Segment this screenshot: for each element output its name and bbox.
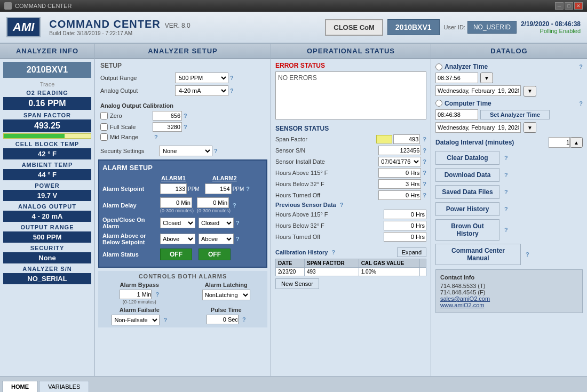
- saved-files-button[interactable]: Saved Data Files: [435, 185, 499, 199]
- tab-variables[interactable]: VARIABLES: [39, 381, 89, 392]
- download-data-help[interactable]: ?: [504, 172, 508, 178]
- setup-section: SETUP Output Range 500 PPM ? Analog Outp…: [95, 59, 271, 101]
- email-link[interactable]: sales@amiO2.com: [440, 295, 578, 302]
- mid-range-checkbox[interactable]: [100, 133, 108, 141]
- analyzer-date-btn[interactable]: ▼: [523, 86, 536, 97]
- alarm2-above-below-select[interactable]: AboveBelow: [199, 234, 234, 244]
- prev-115-input[interactable]: [384, 210, 426, 219]
- cal-scroll[interactable]: [420, 259, 426, 268]
- analyzer-time-help[interactable]: ?: [579, 63, 583, 70]
- cal-history-title: Calibration History ? Expand: [275, 247, 426, 257]
- datalog-header: DATALOG: [431, 44, 587, 59]
- alarm2-delay-input[interactable]: [197, 197, 229, 208]
- alarm2-setpoint-input[interactable]: [205, 183, 232, 194]
- alarm2-open-close-select[interactable]: ClosedOpen: [199, 218, 234, 228]
- analog-output-help[interactable]: ?: [230, 87, 234, 94]
- sensor-install-select[interactable]: 07/04/1776: [378, 157, 421, 166]
- prev-sensor-help[interactable]: ?: [340, 202, 344, 208]
- computer-date-input[interactable]: [435, 122, 521, 133]
- hours-off-help[interactable]: ?: [423, 192, 426, 198]
- cal-date-cell: 2/23/20: [276, 268, 305, 276]
- clear-datalog-help[interactable]: ?: [504, 155, 508, 161]
- security-help[interactable]: ?: [214, 148, 218, 154]
- sensor-install-row: Sensor Install Date 07/04/1776 ?: [275, 157, 426, 166]
- open-close-help[interactable]: ?: [236, 220, 240, 226]
- tab-home[interactable]: HOME: [2, 381, 38, 392]
- zero-help[interactable]: ?: [184, 113, 187, 119]
- failsafe-select[interactable]: Non-Failsafe: [112, 315, 160, 325]
- full-scale-help[interactable]: ?: [184, 124, 187, 130]
- new-sensor-button[interactable]: New Sensor: [275, 278, 319, 289]
- span-factor-help[interactable]: ?: [423, 136, 426, 142]
- latching-select[interactable]: NonLatchingLatching: [202, 290, 250, 300]
- alarm2-status-button[interactable]: OFF: [199, 249, 231, 260]
- clear-datalog-button[interactable]: Clear Datalog: [435, 151, 499, 165]
- analyzer-date-input[interactable]: [435, 85, 521, 96]
- cal-history-help[interactable]: ?: [331, 249, 335, 255]
- brownout-history-button[interactable]: Brown Out History: [435, 219, 499, 241]
- alarm1-status-button[interactable]: OFF: [160, 249, 192, 260]
- computer-time-input[interactable]: [435, 109, 478, 120]
- close-button[interactable]: ✕: [574, 2, 583, 10]
- full-scale-input[interactable]: [153, 122, 182, 132]
- alarm1-setpoint-input[interactable]: [160, 183, 187, 194]
- manual-help[interactable]: ?: [526, 251, 529, 258]
- alarm-setpoint-help[interactable]: ?: [246, 186, 250, 192]
- zero-input[interactable]: [153, 111, 182, 121]
- bypass-help[interactable]: ?: [155, 291, 159, 298]
- alarm-delay-help[interactable]: ?: [233, 202, 236, 209]
- brownout-help[interactable]: ?: [504, 227, 508, 233]
- set-analyzer-time-button[interactable]: Set Analyzer Time: [480, 110, 550, 119]
- close-com-button[interactable]: CLOSE CoM: [325, 19, 383, 36]
- saved-files-row: Saved Data Files ?: [435, 185, 583, 199]
- alarm1-delay-input[interactable]: [160, 197, 192, 208]
- analyzer-time-set-btn[interactable]: ▼: [480, 73, 493, 83]
- above-below-help[interactable]: ?: [236, 236, 240, 242]
- output-range-help[interactable]: ?: [230, 75, 234, 81]
- analog-output-select[interactable]: 4-20 mA: [175, 85, 228, 96]
- alarm1-open-close-select[interactable]: ClosedOpen: [160, 218, 195, 228]
- website-link[interactable]: www.amiO2.com: [440, 302, 578, 308]
- pulse-input[interactable]: [207, 315, 239, 324]
- alarm1-above-below-select[interactable]: AboveBelow: [160, 234, 195, 244]
- zero-checkbox[interactable]: [100, 112, 108, 119]
- hours-115-help[interactable]: ?: [423, 170, 426, 176]
- hours-32-input[interactable]: [378, 179, 421, 189]
- output-range-select[interactable]: 500 PPM: [175, 73, 228, 83]
- download-data-button[interactable]: Download Data: [435, 168, 499, 182]
- sensor-sn-row: Sensor S/N ?: [275, 146, 426, 155]
- computer-time-radio[interactable]: [435, 100, 442, 107]
- interval-input[interactable]: [549, 137, 570, 148]
- failsafe-help[interactable]: ?: [163, 317, 167, 323]
- interval-spinner[interactable]: ▲: [570, 137, 583, 148]
- maximize-button[interactable]: □: [565, 2, 573, 10]
- power-history-help[interactable]: ?: [504, 206, 508, 212]
- sensor-sn-input[interactable]: [378, 146, 421, 155]
- analyzer-time-input[interactable]: [435, 73, 478, 83]
- ami-logo: AMI: [6, 17, 41, 37]
- mid-range-help[interactable]: ?: [154, 134, 158, 140]
- power-history-button[interactable]: Power History: [435, 202, 499, 216]
- computer-date-btn[interactable]: ▼: [523, 122, 536, 133]
- hours-off-input[interactable]: [378, 190, 421, 200]
- full-scale-checkbox[interactable]: [100, 123, 108, 131]
- span-factor-sensor-input[interactable]: [393, 134, 420, 144]
- hours-115-input[interactable]: [378, 168, 421, 178]
- sensor-sn-help[interactable]: ?: [423, 147, 426, 154]
- saved-files-help[interactable]: ?: [504, 189, 508, 195]
- minimize-button[interactable]: ─: [555, 2, 564, 10]
- computer-time-help[interactable]: ?: [579, 100, 583, 107]
- manual-button[interactable]: Command Center Manual: [435, 244, 521, 265]
- sensor-install-help[interactable]: ?: [423, 158, 426, 165]
- expand-button[interactable]: Expand: [397, 247, 426, 257]
- pulse-help[interactable]: ?: [242, 316, 246, 323]
- prev-32-input[interactable]: [384, 221, 426, 230]
- hours-32-help[interactable]: ?: [423, 181, 426, 187]
- header-right: CLOSE CoM 2010BXV1 User ID: NO_USERID 2/…: [325, 19, 581, 36]
- prev-off-input[interactable]: [384, 232, 426, 242]
- security-select[interactable]: None: [159, 146, 212, 156]
- open-close-row: Open/Close On Alarm ClosedOpen ClosedOpe…: [102, 217, 263, 229]
- main-content: ANALYZER INFO 2010BXV1 Trace O2 READING …: [0, 44, 587, 376]
- analyzer-time-radio[interactable]: [435, 63, 442, 70]
- bypass-input[interactable]: [120, 290, 152, 299]
